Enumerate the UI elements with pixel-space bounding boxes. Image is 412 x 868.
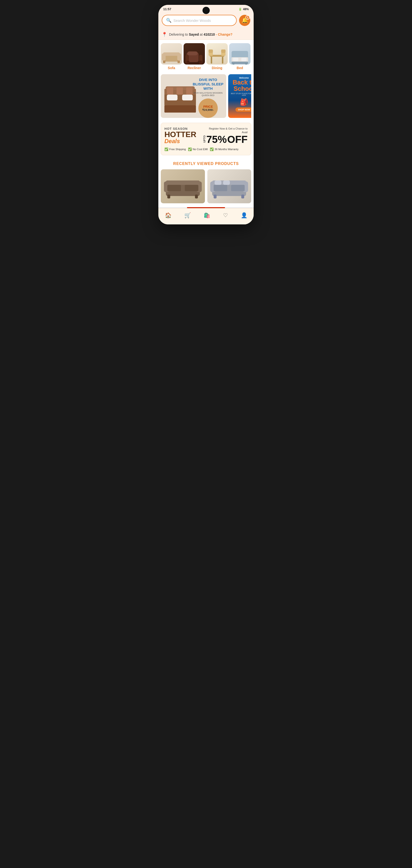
delivery-text: Delivering to Sayed at 410210 - Change? <box>169 32 232 36</box>
svg-rect-15 <box>209 53 213 56</box>
battery-level: 48% <box>243 7 249 11</box>
product-img-2 <box>207 169 251 203</box>
search-icon: 🔍 <box>166 18 171 23</box>
svg-rect-10 <box>199 61 202 65</box>
delivery-bar: 📍 Delivering to Sayed at 410210 - Change… <box>158 29 254 40</box>
svg-rect-29 <box>164 105 196 113</box>
svg-rect-4 <box>162 53 166 61</box>
banner-section: DIVE INTO BLISSFUL SLEEP WITH IPOH MALAY… <box>158 74 254 120</box>
promo-left: HOT SEASON HOTTER Deals <box>164 127 201 144</box>
svg-rect-51 <box>215 181 221 185</box>
svg-rect-16 <box>221 53 225 56</box>
status-time: 11:57 <box>163 7 171 11</box>
category-item-bed[interactable]: Bed <box>229 43 251 70</box>
feature-shipping: ✅ Free Shipping <box>164 148 186 151</box>
change-location-link[interactable]: - Change? <box>216 32 232 36</box>
banner-text: DIVE INTO BLISSFUL SLEEP WITH IPOH MALAY… <box>192 78 224 118</box>
svg-rect-32 <box>167 87 173 95</box>
check-icon-emi: ✅ <box>188 148 192 151</box>
product-card-1[interactable] <box>161 169 205 203</box>
nav-item-cart[interactable]: 🛒 <box>182 211 193 220</box>
feature-emi: ✅ No Cost EMI <box>188 148 208 151</box>
feature-warranty: ✅ 36 Months Warranty <box>210 148 239 151</box>
dining-label: Dining <box>212 66 222 70</box>
search-bar[interactable]: 🔍 Search Wonder Woods <box>162 15 237 26</box>
location-icon: 📍 <box>162 32 167 37</box>
svg-rect-50 <box>241 194 244 198</box>
recently-viewed-title: RECENTLY VIEWED PRODUCTS <box>161 161 251 166</box>
dining-image <box>207 43 228 65</box>
search-placeholder: Search Wonder Woods <box>173 19 211 23</box>
feature-emi-label: No Cost EMI <box>193 148 208 151</box>
svg-rect-47 <box>214 185 227 191</box>
search-row: 🔍 Search Wonder Woods 🔔 0 <box>162 15 250 26</box>
svg-rect-30 <box>167 95 178 100</box>
promo-top: HOT SEASON HOTTER Deals Register Now & G… <box>164 127 248 145</box>
nav-item-wishlist[interactable]: ♡ <box>221 211 230 220</box>
promo-deals-text: Deals <box>164 138 201 144</box>
svg-rect-11 <box>187 52 198 55</box>
svg-rect-9 <box>187 61 189 65</box>
cart-icon: 🛒 <box>184 212 191 219</box>
product-img-1 <box>161 169 205 203</box>
category-item-sofa[interactable]: Sofa <box>161 43 182 70</box>
profile-icon: 👤 <box>241 212 247 219</box>
svg-rect-13 <box>211 57 212 64</box>
product-card-2[interactable] <box>207 169 251 203</box>
home-icon: 🏠 <box>165 212 171 219</box>
school-items-icon: 🎒 <box>240 98 248 106</box>
price-label: PRICE <box>203 105 213 108</box>
recliner-image <box>184 43 205 65</box>
shop-now-button[interactable]: SHOP NOW <box>235 107 251 112</box>
back-school-title: Back to School <box>230 79 251 92</box>
svg-rect-19 <box>231 51 248 58</box>
status-right: 🔋 48% <box>239 7 249 11</box>
svg-rect-17 <box>209 50 213 53</box>
price-value: ₹24,999/- <box>202 108 214 112</box>
banner-scroll: DIVE INTO BLISSFUL SLEEP WITH IPOH MALAY… <box>161 74 251 118</box>
svg-rect-33 <box>177 87 183 95</box>
svg-rect-49 <box>214 194 217 198</box>
category-item-dining[interactable]: Dining <box>207 43 228 70</box>
recently-viewed-section: RECENTLY VIEWED PRODUCTS <box>158 158 254 207</box>
svg-rect-22 <box>241 58 247 61</box>
promo-off: OFF <box>227 134 248 145</box>
notification-badge: 0 <box>245 15 250 20</box>
svg-rect-42 <box>195 194 198 198</box>
feature-warranty-label: 36 Months Warranty <box>215 148 239 151</box>
svg-rect-18 <box>221 50 225 53</box>
svg-rect-34 <box>186 87 193 95</box>
promo-register-text: Register Now & Get a Chance to Avail <box>203 127 248 134</box>
svg-rect-41 <box>167 194 170 198</box>
promo-right: Register Now & Get a Chance to Avail UPT… <box>203 127 248 145</box>
nav-item-orders[interactable]: 🛍️ <box>201 211 213 220</box>
promo-banner[interactable]: HOT SEASON HOTTER Deals Register Now & G… <box>161 123 251 155</box>
promo-upto: UPTO <box>203 135 206 143</box>
categories-section: Sofa Recliner <box>158 40 254 74</box>
school-subtitle: BEST STUDY PLACE FOR YOUR KIDS <box>230 93 251 96</box>
notch <box>202 7 210 14</box>
nav-item-profile[interactable]: 👤 <box>239 211 250 220</box>
products-grid <box>161 169 251 203</box>
svg-rect-40 <box>185 185 198 191</box>
promo-features: ✅ Free Shipping ✅ No Cost EMI ✅ 36 Month… <box>164 148 248 151</box>
main-banner[interactable]: DIVE INTO BLISSFUL SLEEP WITH IPOH MALAY… <box>161 74 226 118</box>
svg-rect-25 <box>245 64 247 65</box>
battery-icon: 🔋 <box>239 7 242 11</box>
svg-rect-31 <box>182 95 193 100</box>
notification-button[interactable]: 🔔 0 <box>239 15 250 26</box>
check-icon-shipping: ✅ <box>164 148 168 151</box>
nav-item-home[interactable]: 🏠 <box>162 211 174 220</box>
svg-rect-39 <box>167 185 181 191</box>
categories-grid: Sofa Recliner <box>161 43 251 71</box>
secondary-banner[interactable]: Welcome Back to School BEST STUDY PLACE … <box>228 74 251 118</box>
price-circle: PRICE ₹24,999/- <box>198 98 218 118</box>
promo-discount: UPTO 75% OFF <box>203 134 248 145</box>
header: 🔍 Search Wonder Woods 🔔 0 <box>158 12 254 29</box>
bottom-nav: 🏠 🛒 🛍️ ♡ 👤 <box>158 208 254 224</box>
svg-rect-52 <box>223 181 230 185</box>
category-item-recliner[interactable]: Recliner <box>184 43 205 70</box>
banner-subtitle: IPOH MALAYSIAN WOODEN QUEEN BED <box>192 92 224 97</box>
recliner-label: Recliner <box>187 66 201 70</box>
feature-shipping-label: Free Shipping <box>169 148 186 151</box>
